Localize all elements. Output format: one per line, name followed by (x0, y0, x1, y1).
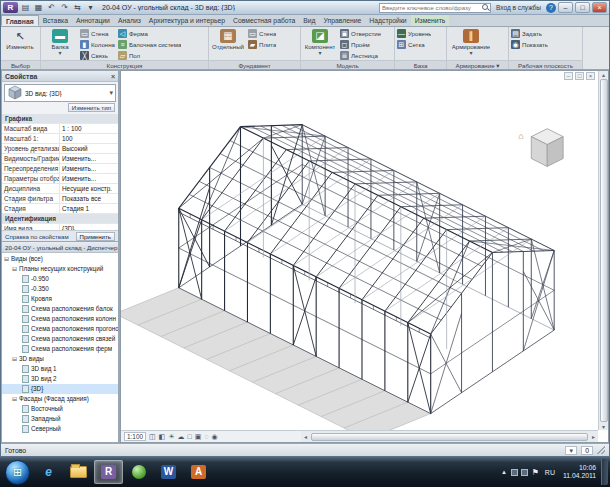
help-icon[interactable]: ? (546, 3, 556, 13)
tab-annotacii[interactable]: Аннотации (72, 15, 114, 26)
edit-type-button[interactable]: Изменить тип (68, 103, 115, 112)
tree-item-structural-plans[interactable]: Планы несущих конструкций (2, 264, 118, 274)
wall-foundation-button[interactable]: ▭ Стена (248, 28, 276, 39)
taskbar-icon-internet-explorer[interactable]: e (34, 460, 63, 484)
param-group-grafika[interactable]: Графика (2, 114, 118, 124)
infocenter-search[interactable] (379, 3, 491, 13)
reveal-hidden-icon[interactable]: ◉ (212, 433, 218, 441)
minimize-button[interactable]: – (558, 2, 573, 13)
type-selector[interactable]: 3D вид: {3D} ▾ (4, 84, 116, 102)
crop-view-icon[interactable]: □ (188, 433, 192, 440)
stair-button[interactable]: ≣ Лестница (340, 50, 381, 60)
tree-item[interactable]: Восточный (2, 404, 118, 414)
open-icon[interactable]: ▤ (20, 2, 31, 13)
param-row[interactable]: СтадияСтадия 1 (2, 204, 118, 214)
properties-help-link[interactable]: Справка по свойствам (5, 233, 69, 240)
sun-path-icon[interactable]: ☀ (168, 433, 174, 441)
tab-vstavka[interactable]: Вставка (39, 15, 72, 26)
close-button[interactable]: × (592, 2, 607, 13)
tree-item[interactable]: Схема расположения колонн (2, 314, 118, 324)
temporary-hide-icon[interactable]: ◌ (204, 433, 208, 440)
search-input[interactable] (380, 4, 481, 12)
component-button[interactable]: ◪ Компонент (303, 28, 337, 57)
tree-item[interactable]: Западный (2, 414, 118, 424)
param-row[interactable]: Масштаб 1:100 (2, 134, 118, 144)
view-restore-icon[interactable]: □ (575, 72, 584, 80)
panel-label-baza[interactable]: База (395, 60, 446, 69)
column-button[interactable]: ▮ Колонна (80, 39, 115, 50)
maximize-button[interactable]: □ (575, 2, 590, 13)
tree-item-active-view[interactable]: {3D} (2, 384, 118, 394)
home-icon[interactable]: ⌂ (518, 131, 523, 141)
taskbar-icon-explorer[interactable] (64, 460, 93, 484)
application-menu-button[interactable]: R (3, 2, 18, 13)
taskbar-icon-revit[interactable]: R (94, 460, 123, 484)
panel-label-rabochaya-ploskost[interactable]: Рабочая плоскость (509, 60, 582, 69)
undo-icon[interactable]: ↶ (46, 2, 57, 13)
show-crop-icon[interactable]: ▣ (195, 433, 202, 441)
param-row[interactable]: Уровень детализацииВысокий (2, 144, 118, 154)
volume-icon[interactable] (521, 469, 528, 476)
param-row[interactable]: Стадия фильтраПоказать все (2, 194, 118, 204)
search-icon[interactable] (481, 3, 490, 12)
horizontal-scroll-thumb[interactable] (311, 433, 588, 441)
rebar-button[interactable]: ∥ Армирование (449, 28, 493, 57)
tree-item[interactable]: Схема расположения балок (2, 304, 118, 314)
tree-item-3d-views[interactable]: 3D виды (2, 354, 118, 364)
panel-label-fundament[interactable]: Фундамент (209, 60, 300, 69)
vertical-scroll-thumb[interactable] (600, 79, 608, 422)
scroll-down-icon[interactable]: ▾ (599, 423, 608, 430)
tab-upravlenie[interactable]: Управление (320, 15, 366, 26)
save-icon[interactable]: ▦ (33, 2, 44, 13)
clock[interactable]: 10:06 11.04.2011 (559, 464, 600, 481)
signin-link[interactable]: Вход в службы (496, 4, 541, 11)
param-row[interactable]: Параметры отображ.Изменить... (2, 174, 118, 184)
scale-control[interactable]: 1:100 (124, 432, 146, 441)
opening-button[interactable]: ◻ Проём (340, 39, 381, 50)
panel-label-konstrukciya[interactable]: Конструкция (41, 60, 208, 69)
tree-item[interactable]: -0.950 (2, 274, 118, 284)
filter-icon[interactable]: ▼ (565, 446, 577, 455)
tree-item[interactable]: Кровля (2, 294, 118, 304)
modify-button[interactable]: ↖ Изменить (3, 28, 37, 50)
action-center-icon[interactable]: ⚑ (530, 468, 541, 477)
tree-item[interactable]: 3D вид 2 (2, 374, 118, 384)
tab-sovmestnaya-rabota[interactable]: Совместная работа (229, 15, 299, 26)
resize-grip[interactable] (597, 446, 605, 454)
tree-item-elevations[interactable]: Фасады (Фасад здания) (2, 394, 118, 404)
tab-glavnaya[interactable]: Главная (1, 15, 39, 26)
visual-style-icon[interactable]: ◧ (159, 433, 166, 441)
param-group-identifikaciya[interactable]: Идентификация (2, 214, 118, 224)
taskbar-icon-green-app[interactable] (124, 460, 153, 484)
wall-button[interactable]: ▭ Стена (80, 28, 115, 39)
view-close-icon[interactable]: × (586, 72, 595, 80)
panel-label-model[interactable]: Модель (301, 60, 394, 69)
taskbar-icon-viewer[interactable]: A (184, 460, 213, 484)
scroll-right-icon[interactable]: ▸ (589, 433, 598, 440)
tab-vid[interactable]: Вид (299, 15, 319, 26)
horizontal-scrollbar[interactable]: ◂ ▸ (301, 430, 598, 442)
slab-foundation-button[interactable]: ▰ Плита (248, 39, 276, 50)
language-indicator[interactable]: RU (542, 469, 558, 476)
tree-item[interactable]: 3D вид 1 (2, 364, 118, 374)
tree-item[interactable]: -0.350 (2, 284, 118, 294)
redo-icon[interactable]: ↷ (59, 2, 70, 13)
detail-level-icon[interactable]: ◫ (149, 433, 156, 441)
tab-arhitektura[interactable]: Архитектура и интерьер (145, 15, 229, 26)
tab-analiz[interactable]: Анализ (114, 15, 145, 26)
tree-item[interactable]: Схема расположения прогонов (2, 324, 118, 334)
qat-menu-icon[interactable]: ▾ (85, 2, 96, 13)
start-button[interactable]: ⊞ (5, 460, 30, 485)
set-workplane-button[interactable]: ▤ Задать (511, 28, 548, 39)
palette-close-icon[interactable]: × (111, 73, 115, 80)
tab-nadstroyki[interactable]: Надстройки (365, 15, 410, 26)
floor-button[interactable]: ▱ Пол (118, 50, 181, 60)
param-row[interactable]: Видимость/ГрафикаИзменить... (2, 154, 118, 164)
truss-button[interactable]: ◁ Ферма (118, 28, 181, 39)
viewcube[interactable]: ⌂ (518, 129, 563, 167)
tree-item[interactable]: Схема расположения связей (2, 334, 118, 344)
panel-label-vybor[interactable]: Выбор (1, 60, 40, 69)
tree-item[interactable]: Северный (2, 424, 118, 434)
sync-icon[interactable]: ⇆ (72, 2, 83, 13)
taskbar-icon-word[interactable]: W (154, 460, 183, 484)
